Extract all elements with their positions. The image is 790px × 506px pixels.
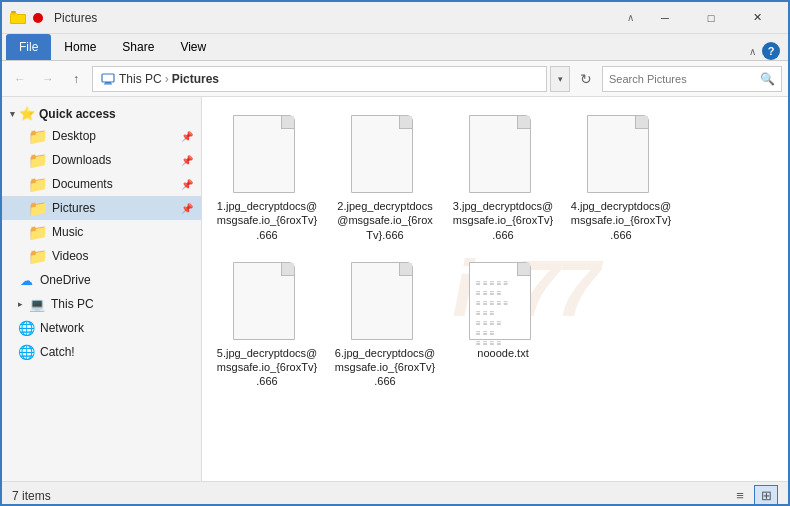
item-count: 7 items: [12, 489, 51, 503]
quick-access-header[interactable]: ▾ ⭐ Quick access: [2, 101, 201, 124]
file-area: io77 1.jpg_decryptdocs@msgsafe.io_{6roxT…: [202, 97, 788, 481]
chevron-collapse-icon[interactable]: ∧: [749, 46, 756, 57]
sidebar-label-catch: Catch!: [40, 345, 75, 359]
sidebar-label-downloads: Downloads: [52, 153, 111, 167]
folder-icon: [10, 10, 26, 26]
folder-icon: 📁: [30, 224, 46, 240]
svg-rect-6: [105, 82, 111, 84]
pin-icon: 📌: [181, 179, 193, 190]
sidebar-label-this-pc: This PC: [51, 297, 94, 311]
list-item[interactable]: 6.jpg_decryptdocs@msgsafe.io_{6roxTv}.66…: [330, 254, 440, 393]
sidebar-item-videos[interactable]: 📁 Videos: [2, 244, 201, 268]
computer-icon: [101, 72, 115, 86]
back-button[interactable]: ←: [8, 67, 32, 91]
sidebar-item-music[interactable]: 📁 Music: [2, 220, 201, 244]
ribbon-chevron[interactable]: ∧: [619, 8, 642, 27]
quick-access-icon: ⭐: [19, 106, 35, 121]
svg-rect-7: [104, 83, 112, 84]
ribbon: File Home Share View ∧ ?: [2, 34, 788, 61]
tab-file[interactable]: File: [6, 34, 51, 60]
path-this-pc[interactable]: This PC: [119, 72, 162, 86]
svg-rect-5: [102, 74, 114, 82]
refresh-button[interactable]: ↻: [574, 67, 598, 91]
pin-icon-tb: [30, 10, 46, 26]
list-item[interactable]: 2.jpeg_decryptdocs@msgsafe.io_{6roxTv}.6…: [330, 107, 440, 246]
tab-share[interactable]: Share: [109, 34, 167, 60]
list-item[interactable]: 5.jpg_decryptdocs@msgsafe.io_{6roxTv}.66…: [212, 254, 322, 393]
file-name-label: 3.jpg_decryptdocs@msgsafe.io_{6roxTv}.66…: [452, 199, 554, 242]
sidebar-label-onedrive: OneDrive: [40, 273, 91, 287]
list-item[interactable]: 3.jpg_decryptdocs@msgsafe.io_{6roxTv}.66…: [448, 107, 558, 246]
window-title: Pictures: [54, 11, 619, 25]
sidebar-item-this-pc[interactable]: ▸ 💻 This PC: [2, 292, 201, 316]
title-bar-icons: [10, 10, 46, 26]
forward-button[interactable]: →: [36, 67, 60, 91]
sidebar-label-network: Network: [40, 321, 84, 335]
view-switcher: ≡ ⊞: [728, 485, 778, 507]
folder-icon: 📁: [30, 248, 46, 264]
file-name-label: 4.jpg_decryptdocs@msgsafe.io_{6roxTv}.66…: [570, 199, 672, 242]
file-icon: [233, 115, 301, 195]
sidebar-item-onedrive[interactable]: ☁ OneDrive: [2, 268, 201, 292]
sidebar-item-downloads[interactable]: 📁 Downloads 📌: [2, 148, 201, 172]
path-separator-1: ›: [165, 72, 169, 86]
file-icon: [469, 115, 537, 195]
sidebar-label-desktop: Desktop: [52, 129, 96, 143]
list-item[interactable]: 4.jpg_decryptdocs@msgsafe.io_{6roxTv}.66…: [566, 107, 676, 246]
sidebar-label-pictures: Pictures: [52, 201, 95, 215]
svg-rect-3: [11, 15, 25, 23]
maximize-button[interactable]: □: [688, 2, 734, 34]
window-controls: ─ □ ✕: [642, 2, 780, 34]
pin-icon: 📌: [181, 131, 193, 142]
address-dropdown[interactable]: ▾: [550, 66, 570, 92]
file-name-label: 5.jpg_decryptdocs@msgsafe.io_{6roxTv}.66…: [216, 346, 318, 389]
computer-icon: 💻: [29, 296, 45, 312]
title-bar: Pictures ∧ ─ □ ✕: [2, 2, 788, 34]
close-button[interactable]: ✕: [734, 2, 780, 34]
tab-view[interactable]: View: [167, 34, 219, 60]
file-icon: [587, 115, 655, 195]
quick-access-label: Quick access: [39, 107, 116, 121]
svg-point-4: [33, 13, 43, 23]
list-view-button[interactable]: ≡: [728, 485, 752, 507]
ribbon-tabs: File Home Share View ∧ ?: [2, 34, 788, 60]
help-button[interactable]: ?: [762, 42, 780, 60]
folder-icon: 📁: [30, 152, 46, 168]
sidebar-item-documents[interactable]: 📁 Documents 📌: [2, 172, 201, 196]
sidebar-label-videos: Videos: [52, 249, 88, 263]
pin-icon: 📌: [181, 155, 193, 166]
up-button[interactable]: ↑: [64, 67, 88, 91]
folder-icon: 📁: [30, 128, 46, 144]
sidebar-item-desktop[interactable]: 📁 Desktop 📌: [2, 124, 201, 148]
svg-rect-2: [11, 11, 16, 13]
folder-icon: 📁: [30, 200, 46, 216]
network-icon: 🌐: [18, 320, 34, 336]
search-icon: 🔍: [760, 72, 775, 86]
path-pictures[interactable]: Pictures: [172, 72, 219, 86]
files-grid: 1.jpg_decryptdocs@msgsafe.io_{6roxTv}.66…: [212, 107, 778, 393]
sidebar-label-music: Music: [52, 225, 83, 239]
large-icon-view-button[interactable]: ⊞: [754, 485, 778, 507]
file-icon: [351, 115, 419, 195]
search-box[interactable]: 🔍: [602, 66, 782, 92]
tab-home[interactable]: Home: [51, 34, 109, 60]
chevron-down-icon: ▾: [10, 109, 15, 119]
address-bar: ← → ↑ This PC › Pictures ▾ ↻ 🔍: [2, 61, 788, 97]
list-item[interactable]: 1.jpg_decryptdocs@msgsafe.io_{6roxTv}.66…: [212, 107, 322, 246]
pin-icon: 📌: [181, 203, 193, 214]
sidebar-label-documents: Documents: [52, 177, 113, 191]
address-path[interactable]: This PC › Pictures: [92, 66, 547, 92]
file-name-label: 1.jpg_decryptdocs@msgsafe.io_{6roxTv}.66…: [216, 199, 318, 242]
chevron-icon: ∧: [627, 12, 634, 23]
sidebar-item-network[interactable]: 🌐 Network: [2, 316, 201, 340]
file-icon: [469, 262, 537, 342]
file-icon: [351, 262, 419, 342]
sidebar-item-pictures[interactable]: 📁 Pictures 📌: [2, 196, 201, 220]
catch-icon: 🌐: [18, 344, 34, 360]
minimize-button[interactable]: ─: [642, 2, 688, 34]
main-layout: ▾ ⭐ Quick access 📁 Desktop 📌 📁 Downloads…: [2, 97, 788, 481]
search-input[interactable]: [609, 73, 756, 85]
sidebar-item-catch[interactable]: 🌐 Catch!: [2, 340, 201, 364]
folder-icon: 📁: [30, 176, 46, 192]
list-item[interactable]: nooode.txt: [448, 254, 558, 393]
